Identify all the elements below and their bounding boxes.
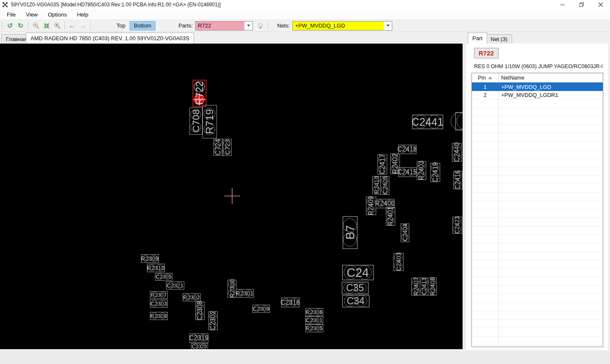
component-C708[interactable]: C708 <box>190 108 202 135</box>
component-R2310[interactable]: R2310 <box>147 264 164 272</box>
component-R2401[interactable]: R2401 <box>386 207 395 226</box>
title-bar: 59YV01Z0-VG0A03S [Model:HD7850/C403 Rev:… <box>0 0 610 9</box>
highlight-bulb-button[interactable] <box>255 21 265 30</box>
component-R722[interactable]: R722 <box>193 80 206 107</box>
table-row-empty <box>472 184 603 193</box>
nets-combobox[interactable]: +PW_MVDDQ_LGD <box>292 21 392 30</box>
zoom-in-button[interactable] <box>52 21 62 30</box>
component-label: C2416 <box>454 170 461 190</box>
component-C2305[interactable]: C2305 <box>155 273 172 281</box>
component-label: R2310 <box>147 265 164 271</box>
table-row-empty <box>472 226 603 235</box>
component-C2418[interactable]: C2418 <box>397 145 417 154</box>
menu-view[interactable]: View <box>21 10 43 19</box>
component-C2309[interactable]: C2309 <box>252 305 269 313</box>
component-C2441[interactable]: C2441 <box>411 115 444 129</box>
forward-button[interactable]: → <box>78 21 88 30</box>
component-R2308[interactable]: R2308 <box>150 312 168 320</box>
table-row-empty <box>472 150 603 159</box>
component-C2302[interactable]: C2302 <box>209 311 218 331</box>
component-C2320[interactable]: C2320 <box>191 344 208 350</box>
table-row-empty <box>472 320 603 328</box>
component-C2316[interactable]: C2316 <box>280 298 300 307</box>
tab-part[interactable]: Part <box>468 33 487 44</box>
component-label: C2423 <box>454 216 460 234</box>
component-label: C2319 <box>189 334 209 342</box>
component-label: C35 <box>346 282 364 293</box>
pin-header-label: Pin <box>478 74 486 81</box>
component-C2321[interactable]: C2321 <box>166 282 184 290</box>
component-C2405[interactable]: C2405 <box>381 176 389 194</box>
component-label: C708 <box>191 110 201 132</box>
component-label: C34 <box>347 295 364 306</box>
component-R2300[interactable]: R2300 <box>228 279 236 298</box>
part-panel: R722 RES 0 OHM 1/10W (0603) JUMP YAGEO/R… <box>466 44 608 350</box>
table-body: 1+PW_MVDDQ_LGD2+PW_MVDDQ_LGDR1 <box>472 83 603 347</box>
component-C2404[interactable]: C2404 <box>401 223 409 242</box>
side-bottom-button[interactable]: Bottom <box>130 21 155 30</box>
component-R2307[interactable]: R2307 <box>150 292 168 299</box>
component-C2413[interactable]: C2413 <box>420 277 428 295</box>
rotate-ccw-icon: ↺ <box>7 22 13 29</box>
component-R2410[interactable]: R2410 <box>373 176 381 194</box>
component-C2416[interactable]: C2416 <box>454 170 463 190</box>
close-button[interactable] <box>591 0 610 9</box>
back-button[interactable]: ← <box>67 21 77 30</box>
component-C723[interactable]: C723 <box>223 139 232 156</box>
minimize-button[interactable] <box>553 0 572 9</box>
component-R2403[interactable]: R2403 <box>417 160 426 180</box>
column-header-pin[interactable]: Pin <box>472 73 499 82</box>
side-top-label[interactable]: Top <box>116 22 125 29</box>
menu-help[interactable]: Help <box>72 10 94 19</box>
component-R2305[interactable]: R2305 <box>306 325 323 332</box>
component-R2407[interactable]: R2407 <box>412 277 420 295</box>
component-R2302[interactable]: R2302 <box>183 294 201 301</box>
tab-board[interactable]: AMD RADEON HD 7850 (C403) REV. 1.00 59YV… <box>26 33 194 44</box>
component-C24[interactable]: C24 <box>343 265 374 280</box>
chevron-down-icon[interactable] <box>384 22 392 30</box>
component-label: C2321 <box>166 282 183 289</box>
rotate-cw-button[interactable]: ↻ <box>16 21 25 30</box>
component-R2306[interactable]: R2306 <box>306 309 323 316</box>
rotate-ccw-button[interactable]: ↺ <box>5 21 15 30</box>
column-header-netname[interactable]: NetName <box>499 74 603 81</box>
app-window: 59YV01Z0-VG0A03S [Model:HD7850/C403 Rev:… <box>0 0 610 364</box>
component-C724[interactable]: C724 <box>214 139 223 155</box>
component-C2308[interactable]: C2308 <box>196 301 205 320</box>
table-row-empty <box>472 277 603 286</box>
parts-combobox[interactable]: R722 <box>195 21 253 30</box>
component-C2319[interactable]: C2319 <box>189 334 209 343</box>
parts-label: Parts: <box>178 22 193 29</box>
toolbar-grip[interactable] <box>1 22 3 30</box>
component-C2417[interactable]: C2417 <box>378 154 387 175</box>
zoom-in-icon <box>53 22 61 30</box>
board-canvas[interactable]: R722C708R719C724C723C2441C2418C2417R2402… <box>0 44 463 349</box>
component-label: R2409 <box>367 196 374 215</box>
app-icon <box>2 2 8 8</box>
toolbar: ↺ ↻ <box>0 19 610 32</box>
component-R2408[interactable]: R2408 <box>428 277 437 295</box>
component-C2440[interactable]: C2440 <box>452 142 462 162</box>
component-C2419[interactable]: C2419 <box>431 162 440 182</box>
zoom-out-button[interactable] <box>31 21 41 30</box>
chevron-down-icon[interactable] <box>244 22 252 30</box>
table-header[interactable]: Pin NetName <box>472 73 603 83</box>
tab-net[interactable]: Net (3) <box>486 34 512 44</box>
table-row-empty <box>472 269 603 277</box>
component-C2303[interactable]: C2303 <box>150 300 168 308</box>
component-R2309[interactable]: R2309 <box>141 255 158 263</box>
component-R719[interactable]: R719 <box>203 105 217 138</box>
zoom-fit-button[interactable] <box>42 21 51 30</box>
component-R2301[interactable]: R2301 <box>236 290 253 298</box>
menu-file[interactable]: File <box>2 10 21 19</box>
table-row[interactable]: 1+PW_MVDDQ_LGD <box>472 83 603 91</box>
component-C2301[interactable]: C2301 <box>306 317 323 324</box>
sort-asc-icon <box>488 77 492 79</box>
table-row-empty <box>472 167 603 176</box>
table-row[interactable]: 2+PW_MVDDQ_LGDR1 <box>472 91 603 99</box>
cell-netname: +PW_MVDDQ_LGDR1 <box>499 92 603 98</box>
restore-button[interactable] <box>572 0 591 9</box>
table-row-empty <box>472 294 603 303</box>
menu-options[interactable]: Options <box>43 10 72 19</box>
component-C2415[interactable]: C2415 <box>397 168 417 177</box>
